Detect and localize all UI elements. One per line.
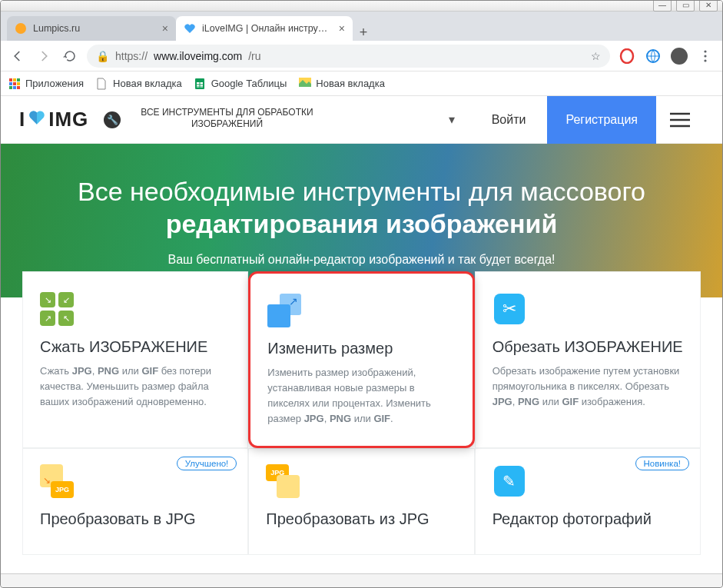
resize-icon: ↗ — [267, 294, 301, 327]
tab-title: iLoveIMG | Онлайн инструменты — [202, 23, 333, 34]
browser-menu-button[interactable] — [696, 47, 715, 65]
browser-tabstrip: Lumpics.ru × iLoveIMG | Онлайн инструмен… — [1, 12, 722, 41]
svg-rect-7 — [9, 78, 12, 81]
lock-icon: 🔒 — [96, 50, 109, 62]
to-jpg-icon: ↘JPG — [40, 464, 74, 498]
window-close-button[interactable]: ✕ — [699, 0, 718, 12]
tools-round-icon[interactable]: 🔧 — [104, 111, 121, 128]
hero-title-bold: редактирования изображений — [166, 209, 558, 238]
hamburger-menu-button[interactable] — [656, 96, 704, 144]
sheets-icon — [194, 78, 207, 90]
svg-point-1 — [621, 49, 633, 63]
svg-point-5 — [704, 55, 706, 57]
svg-rect-10 — [9, 82, 12, 85]
url-domain: www.iloveimg.com — [154, 50, 242, 62]
profile-avatar-icon[interactable] — [670, 47, 688, 65]
browser-tab-iloveimg[interactable]: iLoveIMG | Онлайн инструменты × — [176, 16, 353, 41]
window-titlebar: — ▭ ✕ — [1, 1, 722, 12]
browser-toolbar: 🔒 https://www.iloveimg.com/ru ☆ — [1, 41, 722, 71]
svg-rect-13 — [9, 86, 12, 89]
tool-compress[interactable]: ↘↙↗↖ Сжать ИЗОБРАЖЕНИЕ Сжать JPG, PNG ил… — [22, 271, 248, 448]
tools-grid: ↘↙↗↖ Сжать ИЗОБРАЖЕНИЕ Сжать JPG, PNG ил… — [1, 271, 722, 555]
site-header: I IMG 🔧 ВСЕ ИНСТРУМЕНТЫ ДЛЯ ОБРАБОТКИ ИЗ… — [1, 96, 722, 144]
svg-point-3 — [671, 48, 688, 65]
bookmark-label: Новая вкладка — [113, 78, 182, 89]
tool-title: Преобразовать из JPG — [266, 510, 456, 528]
compress-icon: ↘↙↗↖ — [40, 292, 74, 326]
page-icon — [96, 78, 108, 90]
favicon-icon — [15, 22, 27, 35]
bookmark-google-sheets[interactable]: Google Таблицы — [194, 78, 287, 90]
svg-rect-8 — [13, 78, 16, 81]
tab-close-icon[interactable]: × — [339, 22, 345, 35]
header-dropdown-caret[interactable]: ▾ — [433, 112, 470, 127]
site-logo[interactable]: I IMG — [19, 107, 88, 132]
tool-title: Обрезать ИЗОБРАЖЕНИЕ — [493, 338, 683, 356]
tab-title: Lumpics.ru — [33, 23, 156, 34]
tool-title: Изменить размер — [267, 340, 455, 357]
badge-new: Новинка! — [635, 457, 689, 470]
svg-rect-15 — [17, 86, 20, 89]
logo-text-prefix: I — [19, 108, 25, 131]
window-minimize-button[interactable]: — — [653, 0, 672, 12]
pen-icon: ✎ — [493, 464, 526, 498]
svg-rect-9 — [17, 78, 20, 81]
tool-photo-editor[interactable]: Новинка! ✎ Редактор фотографий — [475, 448, 701, 555]
address-bar[interactable]: 🔒 https://www.iloveimg.com/ru ☆ — [87, 45, 610, 68]
tab-close-icon[interactable]: × — [162, 22, 168, 35]
svg-point-4 — [704, 50, 706, 52]
svg-rect-11 — [13, 82, 16, 85]
tool-title: Редактор фотографий — [493, 510, 683, 528]
apps-icon — [8, 78, 21, 90]
from-jpg-icon: JPG↘ — [266, 464, 300, 498]
reload-button[interactable] — [61, 47, 79, 65]
tool-desc: Изменить размер изображений, устанавлива… — [267, 365, 455, 427]
bookmark-label: Google Таблицы — [211, 78, 287, 89]
bookmark-star-icon[interactable]: ☆ — [591, 50, 601, 62]
favicon-icon — [184, 22, 196, 35]
svg-rect-12 — [17, 82, 20, 85]
page-content: I IMG 🔧 ВСЕ ИНСТРУМЕНТЫ ДЛЯ ОБРАБОТКИ ИЗ… — [1, 96, 722, 588]
forward-button[interactable] — [35, 47, 53, 65]
svg-rect-14 — [13, 86, 16, 89]
header-subtitle-line1: ВСЕ ИНСТРУМЕНТЫ ДЛЯ ОБРАБОТКИ — [141, 107, 313, 118]
url-scheme: https:// — [115, 50, 148, 62]
new-tab-button[interactable]: + — [353, 25, 374, 41]
login-button[interactable]: Войти — [470, 96, 548, 144]
window-maximize-button[interactable]: ▭ — [676, 0, 695, 12]
heart-icon — [27, 107, 47, 132]
page-colored-icon — [299, 78, 311, 90]
bookmark-newtab-1[interactable]: Новая вкладка — [96, 78, 182, 90]
extension-opera-icon[interactable] — [618, 47, 636, 65]
tool-desc: Обрезать изображение путем установки пря… — [493, 364, 683, 410]
browser-tab-lumpics[interactable]: Lumpics.ru × — [7, 16, 176, 41]
crop-icon: ✂ — [493, 292, 526, 326]
svg-point-6 — [704, 59, 706, 61]
logo-text-suffix: IMG — [48, 108, 88, 131]
url-path: /ru — [248, 50, 260, 62]
header-subtitle: ВСЕ ИНСТРУМЕНТЫ ДЛЯ ОБРАБОТКИ ИЗОБРАЖЕНИ… — [141, 107, 313, 129]
bookmark-apps[interactable]: Приложения — [8, 78, 84, 90]
tool-convert-from-jpg[interactable]: JPG↘ Преобразовать из JPG — [248, 448, 474, 555]
tool-desc: Сжать JPG, PNG или GIF без потери качест… — [40, 364, 230, 410]
bookmark-label: Новая вкладка — [316, 78, 385, 89]
window-footer — [1, 573, 722, 587]
tool-title: Преобразовать в JPG — [40, 510, 230, 528]
badge-improved: Улучшено! — [177, 457, 237, 470]
hero-title: Все необходимые инструменты для массовог… — [24, 175, 699, 241]
extension-globe-icon[interactable] — [644, 47, 662, 65]
bookmark-newtab-2[interactable]: Новая вкладка — [299, 78, 385, 90]
register-button[interactable]: Регистрация — [547, 96, 656, 144]
tool-crop[interactable]: ✂ Обрезать ИЗОБРАЖЕНИЕ Обрезать изображе… — [475, 271, 701, 448]
hero-subtitle: Ваш бесплатный онлайн-редактор изображен… — [167, 253, 555, 267]
bookmarks-bar: Приложения Новая вкладка Google Таблицы … — [1, 71, 722, 96]
svg-point-0 — [15, 23, 26, 34]
header-subtitle-line2: ИЗОБРАЖЕНИЙ — [141, 118, 313, 129]
tool-title: Сжать ИЗОБРАЖЕНИЕ — [40, 338, 230, 356]
tool-convert-to-jpg[interactable]: Улучшено! ↘JPG Преобразовать в JPG — [22, 448, 248, 555]
hero-title-part1: Все необходимые инструменты для массовог… — [78, 177, 645, 206]
tool-resize[interactable]: ↗ Изменить размер Изменить размер изобра… — [248, 271, 474, 448]
back-button[interactable] — [8, 47, 27, 65]
bookmark-label: Приложения — [25, 78, 84, 89]
